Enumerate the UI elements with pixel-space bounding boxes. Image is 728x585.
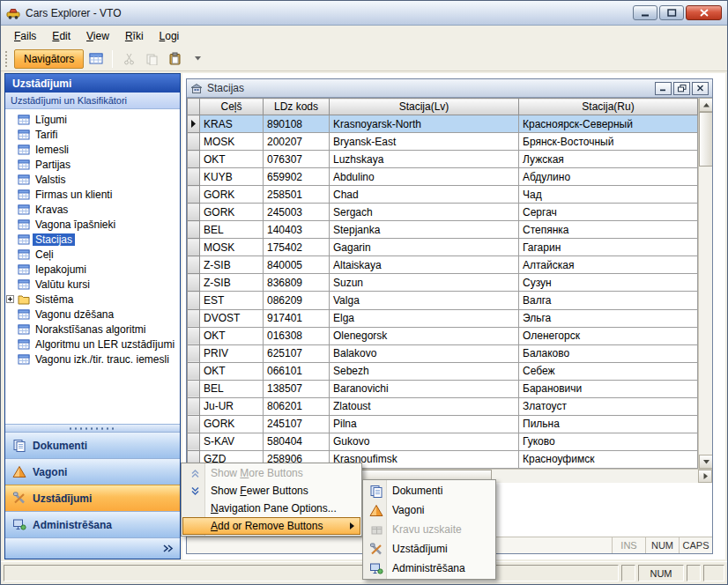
table-icon xyxy=(18,174,30,186)
menu-item-fails[interactable]: Fails xyxy=(6,27,44,45)
tree-item-vagona-pa-nieki[interactable]: Vagona īpašnieki xyxy=(5,217,180,232)
title-bar[interactable]: Cars Explorer - VTO xyxy=(1,1,727,26)
table-icon xyxy=(18,204,30,216)
grid-column-header-stacija-lv[interactable]: Stacija(Lv) xyxy=(330,99,519,115)
row-indicator xyxy=(188,344,200,362)
tree-item-valstis[interactable]: Valstis xyxy=(5,172,180,187)
scroll-right-button[interactable] xyxy=(698,470,712,483)
grid-column-header-ce[interactable]: Ceļš xyxy=(200,99,264,115)
context-menu-item-navigation-pane-options[interactable]: Navigation Pane Options... xyxy=(182,500,360,517)
menu-item-logi[interactable]: Logi xyxy=(152,27,188,45)
grid-row[interactable]: OKT066101SebezhСебеж xyxy=(188,362,698,380)
horizontal-scroll-track[interactable] xyxy=(492,470,698,483)
grid-row[interactable]: Z-SIB836809SuzunСузун xyxy=(188,274,698,292)
child-minimize-button[interactable] xyxy=(655,82,672,95)
grid-row[interactable]: DVOST917401ElgaЭльга xyxy=(188,309,698,327)
menu-item-edit[interactable]: Edit xyxy=(44,27,78,45)
context-menu-item-add-or-remove-buttons[interactable]: Add or Remove Buttons xyxy=(182,517,360,535)
grid-cell: KUYB xyxy=(200,168,264,186)
grid-corner xyxy=(188,99,200,115)
grid-row[interactable]: OKT076307LuzhskayaЛужская xyxy=(188,151,698,168)
nav-button-uzst-d-jumi[interactable]: Uzstādījumi xyxy=(5,485,180,511)
tree-item-iepakojumi[interactable]: Iepakojumi xyxy=(5,262,180,277)
tree-item-val-tu-kursi[interactable]: Valūtu kursi xyxy=(5,277,180,292)
grid-cell: Altaiskaya xyxy=(330,256,519,274)
tree-item-vagonu-izk-tir-trauc-iemesli[interactable]: Vagonu izk./tir. trauc. iemesli xyxy=(5,352,180,367)
expander[interactable] xyxy=(5,295,18,303)
minimize-icon xyxy=(659,85,667,92)
toolbar-grip[interactable] xyxy=(5,51,9,67)
tree-item-partijas[interactable]: Partijas xyxy=(5,157,180,172)
grid-row[interactable]: MOSK175402GagarinГагарин xyxy=(188,239,698,256)
grid-row[interactable]: S-KAV580404GukovoГуково xyxy=(188,433,698,450)
tree-item-norakst-anas-algoritmi[interactable]: Norakstīšanas algoritmi xyxy=(5,322,180,337)
grid-row[interactable]: OKT016308OlenegorskОленегорск xyxy=(188,327,698,344)
scroll-up-button[interactable] xyxy=(699,98,712,112)
paste-button[interactable] xyxy=(164,48,185,69)
grid-cell: Chad xyxy=(330,186,519,204)
grid-cell: 917401 xyxy=(264,309,330,327)
nav-button-dokumenti[interactable]: Dokumenti xyxy=(5,432,180,458)
grid-row[interactable]: GORK258501ChadЧад xyxy=(188,186,698,204)
grid-row[interactable]: Z-SIB840005AltaiskayaАлтайская xyxy=(188,256,698,274)
nav-button-vagoni[interactable]: Vagoni xyxy=(5,458,180,485)
grid-column-header-stacija-ru[interactable]: Stacija(Ru) xyxy=(519,99,698,115)
nav-button-administr-ana[interactable]: Administrēšana xyxy=(5,511,180,537)
configure-buttons-icon[interactable] xyxy=(162,544,174,553)
grid-row[interactable]: MOSK200207Bryansk-EastБрянск-Восточный xyxy=(188,133,698,151)
tree-item-kravas[interactable]: Kravas xyxy=(5,202,180,217)
child-restore-button[interactable] xyxy=(673,82,690,95)
close-button[interactable] xyxy=(686,5,722,20)
child-window-title: Stacijas xyxy=(207,82,244,94)
tree-item-firmas-un-klienti[interactable]: Firmas un klienti xyxy=(5,187,180,202)
copy-button[interactable] xyxy=(141,48,162,69)
vertical-scroll-thumb[interactable] xyxy=(699,112,712,167)
tree-item-sist-ma[interactable]: Sistēma xyxy=(5,292,180,307)
grid-column-header-ldz-kods[interactable]: LDz kods xyxy=(264,99,330,115)
submenu-item-uzst-d-jumi[interactable]: Uzstādījumi xyxy=(364,539,494,559)
tree-item-algoritmu-un-ler-uzst-d-jumi[interactable]: Algoritmu un LER uzstādījumi xyxy=(5,337,180,352)
maximize-button[interactable] xyxy=(659,5,684,20)
table-icon xyxy=(18,263,30,276)
vertical-scroll-track[interactable] xyxy=(699,167,712,455)
submenu-item-kravu-uzskaite[interactable]: Kravu uzskaite xyxy=(364,520,494,539)
grid-row[interactable]: BEL140403StepjankaСтепянка xyxy=(188,221,698,239)
submenu-item-vagoni[interactable]: Vagoni xyxy=(364,500,494,520)
grid-row[interactable]: KUYB659902AbdulinoАбдулино xyxy=(188,168,698,186)
grid-cell: BEL xyxy=(200,380,264,397)
tree-item-vagonu-dz-ana[interactable]: Vagonu dzēšana xyxy=(5,307,180,322)
table-icon xyxy=(18,114,30,126)
scroll-down-button[interactable] xyxy=(699,455,712,469)
tree-item-stacijas[interactable]: Stacijas xyxy=(5,232,180,247)
menu-item-r-ki[interactable]: Rīki xyxy=(117,27,152,45)
grid-row[interactable]: KRAS890108Krasnoyarsk-NorthКрасноярск-Се… xyxy=(188,115,698,133)
navpane-splitter[interactable] xyxy=(5,424,180,432)
stations-grid: CeļšLDz kodsStacija(Lv)Stacija(Ru) KRAS8… xyxy=(187,98,698,469)
tree-item-l-gumi[interactable]: Līgumi xyxy=(5,112,180,127)
grid-row[interactable]: EST086209ValgaВалга xyxy=(188,292,698,309)
row-arrow-icon xyxy=(191,120,196,128)
grid-cell: 140403 xyxy=(264,221,330,239)
grid-row[interactable]: GORK245107PilnaПильна xyxy=(188,415,698,433)
child-close-button[interactable] xyxy=(692,82,709,95)
vertical-scrollbar[interactable] xyxy=(698,98,712,469)
child-title-bar[interactable]: Stacijas xyxy=(187,79,712,98)
grid-view-button[interactable] xyxy=(85,48,107,69)
menu-item-view[interactable]: View xyxy=(78,27,117,45)
cut-button[interactable] xyxy=(118,48,139,69)
tree-item-tarifi[interactable]: Tarifi xyxy=(5,127,180,142)
tree-item-ce-i[interactable]: Ceļi xyxy=(5,247,180,262)
grid-row[interactable]: BEL138507BaranovichiБарановичи xyxy=(188,380,698,397)
grid-row[interactable]: Ju-UR806201ZlatoustЗлатоуст xyxy=(188,397,698,415)
context-menu-item-show-fewer-buttons[interactable]: Show Fewer Buttons xyxy=(182,482,360,500)
tree-item-iemesli[interactable]: Iemesli xyxy=(5,142,180,157)
context-menu-item-show-more-buttons[interactable]: Show More Buttons xyxy=(182,464,360,482)
navigator-toggle-button[interactable]: Navigātors xyxy=(14,49,84,69)
submenu-item-administr-ana[interactable]: Administrēšana xyxy=(364,559,494,578)
toolbar-options-button[interactable] xyxy=(187,48,208,69)
grid-row[interactable]: PRIV625107BalakovoБалаково xyxy=(188,344,698,362)
minimize-button[interactable] xyxy=(633,5,657,20)
grid-cell: Zlatoust xyxy=(330,397,519,415)
submenu-item-dokumenti[interactable]: Dokumenti xyxy=(364,481,494,500)
grid-row[interactable]: GORK245003SergachСергач xyxy=(188,204,698,221)
